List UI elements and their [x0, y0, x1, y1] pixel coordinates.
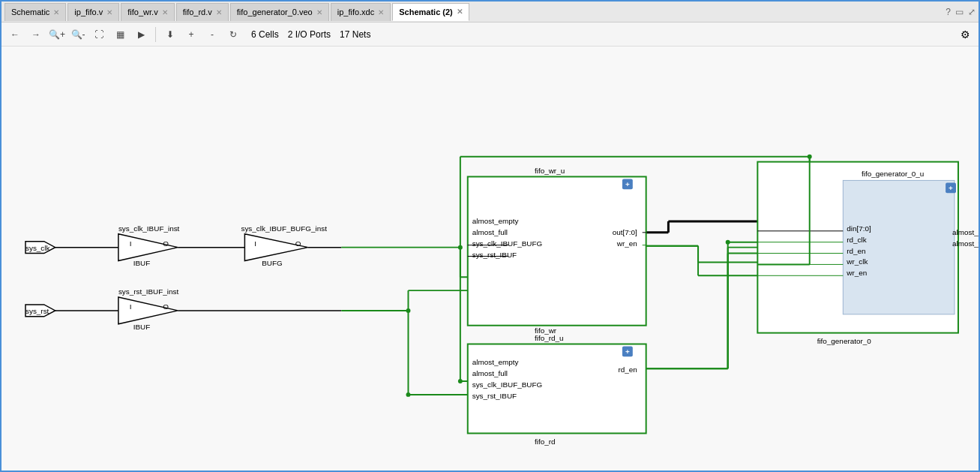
separator-1	[155, 27, 156, 42]
svg-text:I: I	[130, 239, 132, 248]
tab-label: Schematic (2)	[399, 8, 453, 17]
svg-point-23	[406, 392, 410, 397]
svg-point-95	[808, 155, 812, 159]
schematic-canvas[interactable]: sys_clk sys_rst I O IBUF sys_clk_IBUF_in…	[1, 47, 979, 470]
tab-label: fifo_wr.v	[127, 8, 157, 17]
fifo-gen-inst-label: fifo_generator_0_u	[862, 170, 924, 178]
fifo-gen-component[interactable]: fifo_generator_0_u + din[7:0] rd_clk rd_…	[757, 162, 979, 346]
tab-fifo-wr-v[interactable]: fifo_wr.v ✕	[121, 3, 174, 21]
select-button[interactable]: ▦	[111, 26, 129, 44]
svg-text:din[7:0]: din[7:0]	[847, 224, 871, 233]
io-ports-count[interactable]: 2 I/O Ports	[288, 29, 331, 40]
svg-point-16	[458, 379, 463, 383]
svg-point-89	[726, 240, 730, 245]
svg-text:sys_rst_IBUF: sys_rst_IBUF	[472, 392, 517, 400]
toolbar-right: ⚙	[956, 26, 974, 44]
svg-text:out[7:0]: out[7:0]	[613, 228, 637, 236]
bufg-inst-label: sys_clk_IBUF_BUFG_inst	[241, 224, 327, 233]
ibuf1-inst-label: sys_clk_IBUF_inst	[118, 224, 180, 233]
svg-text:O: O	[163, 239, 169, 248]
tab-label: fifo_generator_0.veo	[237, 8, 313, 17]
close-icon[interactable]: ✕	[316, 8, 322, 17]
svg-text:rd_en: rd_en	[618, 365, 637, 374]
fifo-wr-component[interactable]: fifo_wr_u + almost_empty almost_full sys…	[468, 167, 646, 335]
tab-label: fifo_rd.v	[183, 8, 212, 17]
refresh-button[interactable]: ↻	[224, 26, 242, 44]
svg-text:+: +	[949, 184, 953, 192]
close-icon[interactable]: ✕	[216, 8, 222, 17]
add-button[interactable]: +	[182, 26, 200, 44]
fifo-rd-inst-label: fifo_rd_u	[535, 334, 564, 342]
app-window: Schematic ✕ ip_fifo.v ✕ fifo_wr.v ✕ fifo…	[0, 0, 980, 472]
zoom-out-button[interactable]: 🔍-	[69, 26, 87, 44]
window-controls: ? ▭ ⤢	[946, 7, 976, 17]
fifo-wr-inst-label: fifo_wr_u	[535, 167, 565, 175]
close-icon[interactable]: ✕	[457, 8, 463, 16]
auto-fit-button[interactable]: ▶	[132, 26, 150, 44]
stats-bar: 6 Cells 2 I/O Ports 17 Nets	[251, 29, 370, 40]
svg-text:almost_full: almost_full	[472, 228, 508, 236]
fifo-rd-module-label: fifo_rd	[535, 437, 556, 446]
svg-text:sys_rst_IBUF: sys_rst_IBUF	[472, 251, 517, 259]
svg-text:rd_en: rd_en	[847, 247, 865, 255]
help-icon[interactable]: ?	[946, 7, 951, 17]
svg-text:+: +	[625, 347, 630, 356]
svg-text:wr_en: wr_en	[616, 239, 637, 248]
zoom-in-button[interactable]: 🔍+	[48, 26, 66, 44]
push-button[interactable]: ⬇	[161, 26, 179, 44]
tab-label: Schematic	[11, 8, 49, 17]
nets-count[interactable]: 17 Nets	[340, 29, 370, 40]
tab-bar: Schematic ✕ ip_fifo.v ✕ fifo_wr.v ✕ fifo…	[1, 2, 979, 23]
ibuf2-inst-label: sys_rst_IBUF_inst	[118, 287, 179, 296]
svg-text:O: O	[295, 239, 301, 248]
svg-text:sys_clk_IBUF_BUFG: sys_clk_IBUF_BUFG	[472, 239, 543, 248]
close-icon[interactable]: ✕	[106, 8, 112, 17]
svg-text:I: I	[130, 302, 132, 311]
tab-ip-fifo-xdc[interactable]: ip_fifo.xdc ✕	[331, 3, 391, 21]
sys-clk-label: sys_clk	[25, 244, 50, 252]
tab-schematic-2[interactable]: Schematic (2) ✕	[392, 3, 469, 21]
svg-text:O: O	[163, 302, 169, 311]
svg-text:sys_clk_IBUF_BUFG: sys_clk_IBUF_BUFG	[472, 380, 543, 389]
fifo-gen-module-label: fifo_generator_0	[817, 337, 872, 345]
tab-label: ip_fifo.v	[74, 8, 103, 17]
svg-text:IBUF: IBUF	[133, 323, 151, 331]
svg-text:I: I	[254, 239, 256, 248]
schematic-diagram: sys_clk sys_rst I O IBUF sys_clk_IBUF_in…	[1, 47, 979, 470]
svg-text:almost_full: almost_full	[472, 369, 508, 377]
tab-label: ip_fifo.xdc	[337, 8, 375, 17]
toolbar: ← → 🔍+ 🔍- ⛶ ▦ ▶ ⬇ + - ↻ 6 Cells 2 I/O Po…	[1, 23, 979, 47]
minus-button[interactable]: -	[203, 26, 221, 44]
sys-rst-label: sys_rst	[25, 307, 49, 315]
tab-schematic[interactable]: Schematic ✕	[4, 3, 66, 21]
svg-text:wr_clk: wr_clk	[846, 257, 868, 266]
tab-fifo-gen-veo[interactable]: fifo_generator_0.veo ✕	[230, 3, 329, 21]
settings-button[interactable]: ⚙	[956, 26, 974, 44]
svg-text:wr_en: wr_en	[846, 269, 867, 277]
back-button[interactable]: ←	[6, 26, 24, 44]
fit-button[interactable]: ⛶	[90, 26, 108, 44]
restore-icon[interactable]: ▭	[955, 7, 964, 17]
svg-text:rd_clk: rd_clk	[847, 236, 866, 244]
tab-ip-fifo-v[interactable]: ip_fifo.v ✕	[67, 3, 119, 21]
forward-button[interactable]: →	[27, 26, 45, 44]
svg-text:almost_empty: almost_empty	[472, 358, 519, 366]
svg-text:BUFG: BUFG	[262, 259, 283, 267]
close-icon[interactable]: ✕	[162, 8, 168, 17]
svg-text:almost_empty: almost_empty	[952, 228, 979, 236]
svg-text:+: +	[625, 180, 630, 188]
fifo-rd-component[interactable]: fifo_rd_u + almost_empty almost_full sys…	[468, 334, 646, 446]
svg-text:almost_full: almost_full	[952, 239, 979, 248]
svg-text:IBUF: IBUF	[133, 259, 151, 267]
maximize-icon[interactable]: ⤢	[968, 7, 976, 17]
close-icon[interactable]: ✕	[53, 8, 59, 17]
close-icon[interactable]: ✕	[378, 8, 384, 17]
cells-count[interactable]: 6 Cells	[251, 29, 279, 40]
tab-fifo-rd-v[interactable]: fifo_rd.v ✕	[176, 3, 229, 21]
svg-text:almost_empty: almost_empty	[472, 217, 519, 225]
